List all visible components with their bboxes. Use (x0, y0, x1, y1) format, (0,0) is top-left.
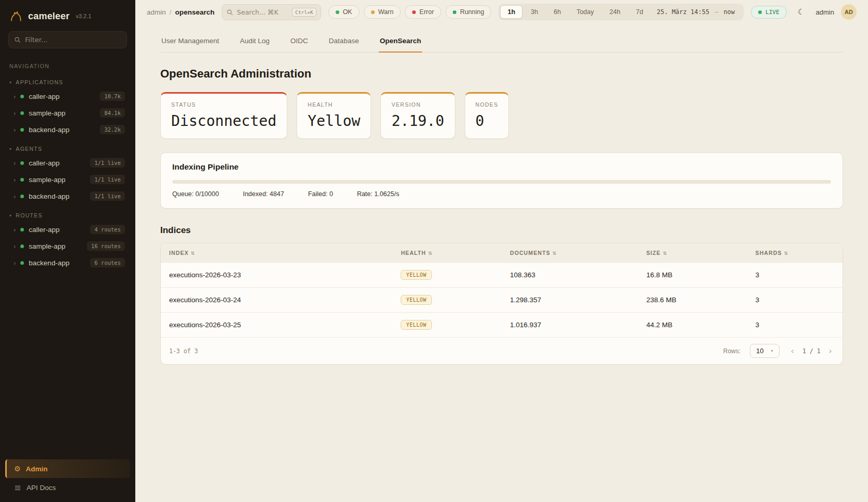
filter-pill-ok[interactable]: OK (328, 5, 360, 19)
chevron-right-icon: › (14, 93, 16, 100)
time-range-today[interactable]: Today (569, 5, 601, 19)
time-range-24h[interactable]: 24h (602, 5, 628, 19)
live-indicator[interactable]: LIVE (751, 6, 787, 19)
section-routes: ▾ ROUTES › caller-app 4 routes › sample-… (0, 205, 135, 272)
cameleer-logo-icon (9, 9, 23, 23)
rows-per-page-value: 10 (756, 347, 763, 355)
table-footer-right: Rows: 10 ▾ ‹ 1 / 1 › (723, 344, 834, 358)
running-status-dot (453, 10, 456, 14)
count-badge: 1/1 live (90, 175, 125, 184)
tab-opensearch[interactable]: OpenSearch (379, 30, 423, 53)
range-end: now (723, 8, 735, 16)
time-range-selector: 1h 3h 6h Today 24h 7d 25. März 14:55 — n… (499, 4, 744, 20)
table-row[interactable]: executions-2026-03-24 YELLOW 1.298.357 2… (161, 288, 843, 313)
search-input[interactable] (237, 8, 288, 16)
cell-shards: 3 (747, 263, 843, 288)
search-shortcut-kbd: Ctrl+K (292, 8, 316, 17)
filter-pill-running[interactable]: Running (445, 5, 492, 19)
sidebar-item-agents-backend-app[interactable]: › backend-app 1/1 live (5, 188, 130, 204)
app-version: v3.2.1 (76, 13, 92, 19)
table-row[interactable]: executions-2026-03-25 YELLOW 1.016.937 4… (161, 313, 843, 338)
filter-input[interactable] (25, 36, 121, 44)
live-label: LIVE (765, 9, 780, 16)
breadcrumb-parent[interactable]: admin (147, 8, 166, 16)
sidebar-item-agents-caller-app[interactable]: › caller-app 1/1 live (5, 155, 130, 171)
column-header-health[interactable]: HEALTH⇅ (392, 243, 502, 263)
sidebar-item-routes-sample-app[interactable]: › sample-app 16 routes (5, 238, 130, 254)
sidebar-item-label: backend-app (29, 192, 69, 200)
section-title-agents[interactable]: ▾ AGENTS (5, 143, 130, 155)
row-range: 1-3 of 3 (169, 347, 198, 355)
stat-label: STATUS (171, 101, 276, 108)
page-title: OpenSearch Administration (160, 67, 843, 81)
chevron-right-icon: › (14, 109, 16, 117)
sidebar-item-label: caller-app (29, 226, 59, 234)
chevron-right-icon: › (14, 159, 16, 167)
column-header-index[interactable]: INDEX⇅ (161, 243, 392, 263)
stat-cards: STATUS Disconnected HEALTH Yellow VERSIO… (160, 92, 843, 139)
moon-icon: ☾ (798, 7, 805, 17)
time-range-6h[interactable]: 6h (546, 5, 568, 19)
main-area: admin / opensearch Ctrl+K OK (135, 0, 868, 502)
column-header-shards[interactable]: SHARDS⇅ (747, 243, 843, 263)
status-dot (20, 178, 24, 182)
column-header-documents[interactable]: DOCUMENTS⇅ (502, 243, 638, 263)
cell-health: YELLOW (392, 313, 502, 338)
cell-documents: 1.298.357 (502, 288, 638, 313)
health-badge: YELLOW (401, 270, 431, 280)
stat-card-health: HEALTH Yellow (297, 92, 371, 139)
admin-label: Admin (26, 465, 48, 473)
tab-oidc[interactable]: OIDC (289, 30, 309, 53)
sidebar-item-admin[interactable]: ⚙ Admin (5, 459, 130, 478)
stat-label: HEALTH (308, 101, 360, 108)
chevron-right-icon: › (14, 126, 16, 134)
sidebar-item-applications-sample-app[interactable]: › sample-app 84.1k (5, 105, 130, 121)
stat-card-version: VERSION 2.19.0 (380, 92, 455, 139)
tab-database[interactable]: Database (328, 30, 360, 53)
status-dot (20, 228, 24, 231)
next-page-button[interactable]: › (827, 345, 834, 357)
stat-value: Yellow (308, 112, 360, 130)
section-title-applications[interactable]: ▾ APPLICATIONS (5, 76, 130, 88)
filter-pill-error[interactable]: Error (405, 5, 441, 19)
rows-per-page-select[interactable]: 10 ▾ (750, 344, 779, 358)
cell-index: executions-2026-03-24 (161, 288, 392, 313)
status-dot (20, 128, 24, 132)
time-range-7d[interactable]: 7d (629, 5, 650, 19)
health-badge: YELLOW (401, 295, 431, 305)
cell-documents: 108.363 (502, 263, 638, 288)
sidebar-item-label: sample-app (29, 176, 66, 184)
cell-shards: 3 (747, 313, 843, 338)
sidebar-item-applications-backend-app[interactable]: › backend-app 32.2k (5, 121, 130, 138)
tab-user-management[interactable]: User Management (160, 30, 220, 53)
time-range-3h[interactable]: 3h (524, 5, 545, 19)
avatar[interactable]: AD (841, 4, 857, 20)
sidebar-item-applications-caller-app[interactable]: › caller-app 10.7k (5, 88, 130, 105)
sidebar-item-api-docs[interactable]: API Docs (5, 478, 130, 494)
time-range-1h[interactable]: 1h (500, 5, 522, 19)
section-title-routes[interactable]: ▾ ROUTES (5, 210, 130, 221)
section-title-label: AGENTS (16, 146, 42, 152)
pipeline-stat-queue: Queue: 0/10000 (172, 190, 219, 198)
sidebar-item-routes-backend-app[interactable]: › backend-app 6 routes (5, 254, 130, 271)
sidebar-item-agents-sample-app[interactable]: › sample-app 1/1 live (5, 171, 130, 188)
pipeline-stat-rate: Rate: 1.0625/s (357, 190, 399, 198)
search-icon (14, 36, 21, 43)
tab-audit-log[interactable]: Audit Log (239, 30, 271, 53)
gear-icon: ⚙ (14, 465, 21, 473)
status-dot (20, 95, 24, 98)
sidebar-item-label: backend-app (29, 259, 69, 267)
breadcrumb-current: opensearch (175, 8, 215, 16)
topbar-right: LIVE ☾ admin AD (751, 4, 857, 20)
sidebar-item-routes-caller-app[interactable]: › caller-app 4 routes (5, 221, 130, 238)
filter-pill-warn[interactable]: Warn (364, 5, 401, 19)
count-badge: 84.1k (100, 108, 125, 118)
health-badge: YELLOW (401, 320, 431, 330)
cell-index: executions-2026-03-25 (161, 313, 392, 338)
previous-page-button[interactable]: ‹ (789, 345, 796, 357)
dark-mode-toggle[interactable]: ☾ (794, 4, 809, 20)
column-header-size[interactable]: SIZE⇅ (638, 243, 747, 263)
cell-documents: 1.016.937 (502, 313, 638, 338)
table-row[interactable]: executions-2026-03-23 YELLOW 108.363 16.… (161, 263, 843, 288)
status-dot (20, 161, 24, 165)
